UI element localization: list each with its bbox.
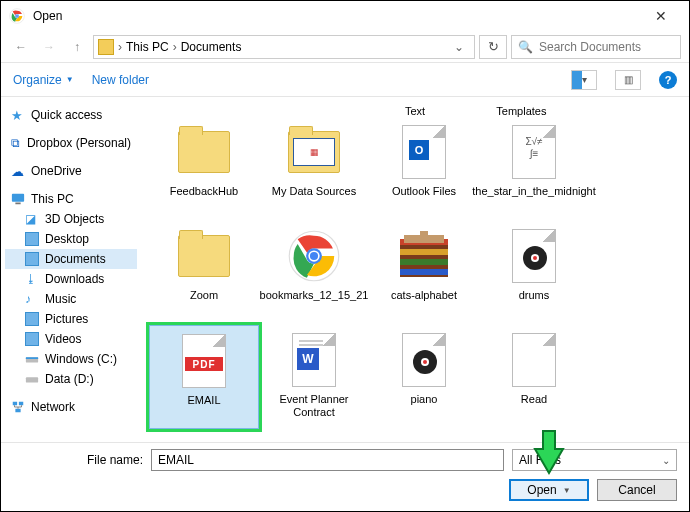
svg-rect-5 [15, 203, 20, 205]
svg-rect-4 [12, 194, 24, 202]
svg-rect-10 [19, 402, 23, 406]
sidebar-item-ddrive[interactable]: Data (D:) [5, 369, 137, 389]
folder-icon [98, 39, 114, 55]
chevron-down-icon[interactable]: ⌄ [448, 40, 470, 54]
file-item-star[interactable]: Σ√≠∫≡the_star_in_the_midnight [479, 117, 589, 221]
svg-rect-7 [26, 357, 38, 359]
refresh-button[interactable]: ↻ [479, 35, 507, 59]
pc-icon [11, 192, 25, 206]
breadcrumb-root[interactable]: This PC [126, 40, 169, 54]
dropdown-icon: ▼ [563, 486, 571, 495]
svg-rect-22 [420, 231, 428, 237]
sidebar-item-dropbox[interactable]: ⧉Dropbox (Personal) [5, 133, 137, 153]
svg-point-3 [16, 15, 18, 17]
svg-point-25 [533, 256, 537, 260]
help-button[interactable]: ? [659, 71, 677, 89]
sidebar-item-pictures[interactable]: Pictures [5, 309, 137, 329]
file-item-mydatasources[interactable]: ▦My Data Sources [259, 117, 369, 221]
dropbox-icon: ⧉ [11, 136, 21, 150]
file-item-feedbackhub[interactable]: FeedbackHub [149, 117, 259, 221]
filetype-select[interactable]: All Files ⌄ [512, 449, 677, 471]
file-item-zoom[interactable]: Zoom [149, 221, 259, 325]
dropdown-icon: ▼ [66, 75, 74, 84]
network-icon [11, 400, 25, 414]
cancel-button[interactable]: Cancel [597, 479, 677, 501]
sidebar-item-network[interactable]: Network [5, 397, 137, 417]
view-mode-button[interactable]: ▾ [571, 70, 597, 90]
search-placeholder: Search Documents [539, 40, 641, 54]
svg-rect-8 [26, 377, 38, 382]
sidebar-item-onedrive[interactable]: ☁OneDrive [5, 161, 137, 181]
chevron-down-icon: ⌄ [662, 455, 670, 466]
sidebar-item-downloads[interactable]: ⭳Downloads [5, 269, 137, 289]
titlebar: Open ✕ [1, 1, 689, 31]
search-icon: 🔍 [518, 40, 533, 54]
svg-rect-19 [400, 259, 448, 265]
drive-icon [25, 372, 39, 386]
videos-icon [25, 332, 39, 346]
file-item-bookmarks[interactable]: bookmarks_12_15_21 [259, 221, 369, 325]
sidebar-item-3d-objects[interactable]: ◪3D Objects [5, 209, 137, 229]
filename-label: File name: [13, 453, 143, 467]
file-item-read[interactable]: Read [479, 325, 589, 429]
partial-item-text[interactable]: Text [362, 105, 468, 117]
filename-input[interactable] [151, 449, 504, 471]
folder-icon [25, 232, 39, 246]
svg-rect-20 [400, 269, 448, 275]
close-button[interactable]: ✕ [641, 8, 681, 24]
cloud-icon: ☁ [11, 164, 25, 178]
toolbar: Organize ▼ New folder ▾ ▥ ? [1, 63, 689, 97]
preview-pane-button[interactable]: ▥ [615, 70, 641, 90]
svg-point-28 [423, 360, 427, 364]
sidebar: ★Quick access ⧉Dropbox (Personal) ☁OneDr… [1, 97, 141, 442]
chevron-right-icon: › [173, 40, 177, 54]
file-item-piano[interactable]: piano [369, 325, 479, 429]
pictures-icon [25, 312, 39, 326]
folder-icon [25, 252, 39, 266]
svg-point-15 [310, 252, 318, 260]
svg-rect-11 [15, 409, 20, 413]
forward-button[interactable]: → [37, 35, 61, 59]
music-icon: ♪ [25, 292, 39, 306]
star-icon: ★ [11, 108, 25, 122]
file-list: Text Templates FeedbackHub ▦My Data Sour… [141, 97, 689, 442]
up-button[interactable]: ↑ [65, 35, 89, 59]
back-button[interactable]: ← [9, 35, 33, 59]
partial-item-templates[interactable]: Templates [468, 105, 574, 117]
navbar: ← → ↑ › This PC › Documents ⌄ ↻ 🔍 Search… [1, 31, 689, 63]
chevron-right-icon: › [118, 40, 122, 54]
open-dialog: Open ✕ ← → ↑ › This PC › Documents ⌄ ↻ 🔍… [0, 0, 690, 512]
breadcrumb-folder[interactable]: Documents [181, 40, 242, 54]
window-title: Open [33, 9, 641, 23]
breadcrumb[interactable]: › This PC › Documents ⌄ [93, 35, 475, 59]
download-icon: ⭳ [25, 272, 39, 286]
file-item-eventplanner[interactable]: WEvent Planner Contract [259, 325, 369, 429]
new-folder-button[interactable]: New folder [92, 73, 149, 87]
cube-icon: ◪ [25, 212, 39, 226]
sidebar-item-quick-access[interactable]: ★Quick access [5, 105, 137, 125]
sidebar-item-music[interactable]: ♪Music [5, 289, 137, 309]
svg-rect-18 [400, 249, 448, 255]
search-input[interactable]: 🔍 Search Documents [511, 35, 681, 59]
sidebar-item-desktop[interactable]: Desktop [5, 229, 137, 249]
drive-icon [25, 352, 39, 366]
sidebar-item-thispc[interactable]: This PC [5, 189, 137, 209]
sidebar-item-documents[interactable]: Documents [5, 249, 137, 269]
chrome-icon [9, 8, 25, 24]
organize-button[interactable]: Organize ▼ [13, 73, 74, 87]
svg-rect-9 [13, 402, 17, 406]
sidebar-item-cdrive[interactable]: Windows (C:) [5, 349, 137, 369]
file-item-outlookfiles[interactable]: OOutlook Files [369, 117, 479, 221]
file-item-cats[interactable]: cats-alphabet [369, 221, 479, 325]
file-item-drums[interactable]: drums [479, 221, 589, 325]
sidebar-item-videos[interactable]: Videos [5, 329, 137, 349]
file-item-email[interactable]: PDFEMAIL [149, 325, 259, 429]
open-button[interactable]: Open▼ [509, 479, 589, 501]
bottom-panel: File name: All Files ⌄ Open▼ Cancel [1, 442, 689, 511]
